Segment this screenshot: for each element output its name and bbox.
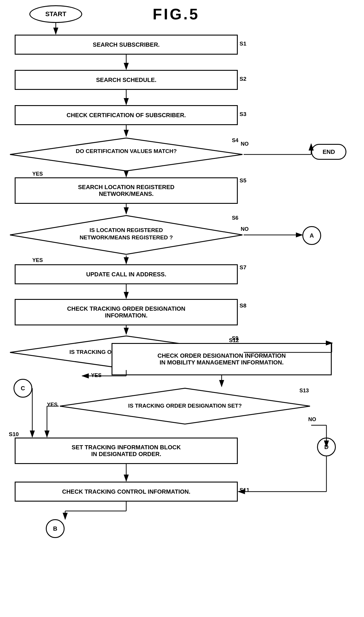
- svg-text:DO CERTIFICATION VALUES MATCH?: DO CERTIFICATION VALUES MATCH?: [76, 148, 177, 154]
- step-s8-label: S8: [240, 302, 246, 309]
- s8-box: CHECK TRACKING ORDER DESIGNATION INFORMA…: [15, 299, 238, 325]
- connector-d: D: [317, 438, 336, 456]
- s3-box: CHECK CERTIFICATION OF SUBSCRIBER.: [15, 105, 238, 125]
- svg-text:NETWORK/MEANS REGISTERED ?: NETWORK/MEANS REGISTERED ?: [80, 234, 173, 241]
- s13-diamond-wrap: IS TRACKING ORDER DESIGNATION SET? S13: [59, 387, 311, 425]
- step-s6-label: S6: [232, 215, 238, 221]
- step-s3-label: S3: [240, 111, 246, 117]
- s1-box: SEARCH SUBSCRIBER.: [15, 35, 238, 55]
- end-oval: END: [311, 144, 346, 160]
- s4-yes-label: YES: [32, 171, 43, 177]
- step-s5-label: S5: [240, 177, 246, 184]
- step-s11-label: S11: [240, 487, 250, 493]
- s13-yes-label: YES: [47, 402, 58, 408]
- fig-title: FIG.5: [153, 5, 200, 23]
- s4-diamond-wrap: DO CERTIFICATION VALUES MATCH? S4: [9, 137, 244, 172]
- s11-box: CHECK TRACKING CONTROL INFORMATION.: [15, 482, 238, 502]
- step-s13-label: S13: [299, 388, 309, 394]
- connector-c: C: [14, 379, 32, 398]
- s7-box: UPDATE CALL IN ADDRESS.: [15, 264, 238, 284]
- s2-box: SEARCH SCHEDULE.: [15, 70, 238, 90]
- step-s4-label: S4: [232, 137, 238, 144]
- s6-yes-label: YES: [32, 257, 43, 263]
- s9-yes-label: YES: [91, 372, 102, 379]
- diagram-container: FIG.5 START SEARCH SUBSCRIBER. S1 SEARCH…: [0, 0, 364, 617]
- step-s2-label: S2: [240, 76, 246, 82]
- connector-a: A: [302, 226, 321, 245]
- step-s7-label: S7: [240, 264, 246, 271]
- s4-no-label: NO: [241, 141, 249, 147]
- svg-text:IS LOCATION REGISTERED: IS LOCATION REGISTERED: [90, 227, 163, 233]
- connector-b: B: [46, 519, 65, 538]
- step-s12-label: S12: [229, 337, 239, 344]
- step-s10-label: S10: [9, 431, 19, 438]
- s13-no-label: NO: [308, 416, 316, 423]
- step-s1-label: S1: [240, 41, 246, 47]
- s6-diamond-wrap: IS LOCATION REGISTERED NETWORK/MEANS REG…: [9, 214, 244, 255]
- s5-box: SEARCH LOCATION REGISTERED NETWORK/MEANS…: [15, 177, 238, 204]
- s12-box: CHECK ORDER DESIGNATION INFORMATION IN M…: [112, 343, 332, 375]
- svg-marker-0: [10, 138, 242, 171]
- s6-no-label: NO: [241, 226, 249, 232]
- s10-box: SET TRACKING INFORMATION BLOCK IN DESIGN…: [15, 438, 238, 464]
- start-oval: START: [29, 5, 82, 23]
- svg-text:IS TRACKING ORDER DESIGNATION : IS TRACKING ORDER DESIGNATION SET?: [128, 403, 242, 409]
